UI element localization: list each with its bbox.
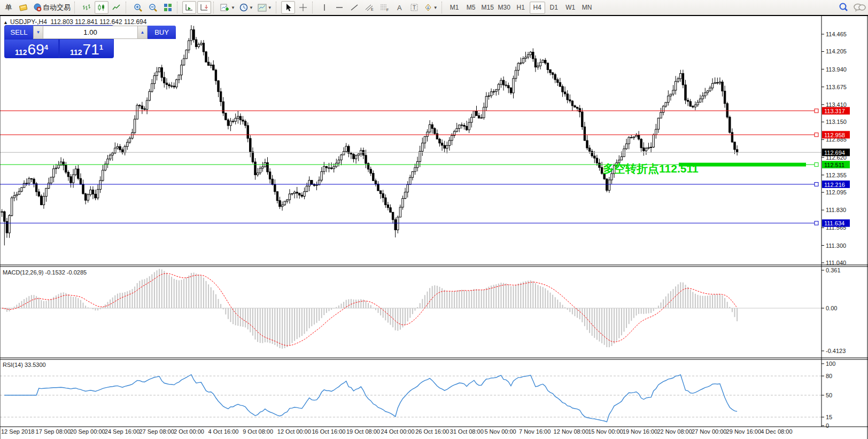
- pivot-annotation-text[interactable]: 多空转折点112.511: [603, 161, 699, 176]
- svg-text:0.00: 0.00: [826, 305, 837, 311]
- svg-text:113.317: 113.317: [824, 108, 845, 114]
- svg-text:0.361: 0.361: [826, 267, 841, 273]
- sell-price-display[interactable]: 112694: [5, 40, 58, 58]
- chart-ohlc-values: 112.803 112.841 112.642 112.694: [51, 18, 147, 26]
- mt4-application: 单自动交易▼▼▼EFAT▼M1M5M15M30H1H4D1W1MN 114.46…: [0, 0, 868, 439]
- zoom-out-icon[interactable]: [146, 1, 160, 14]
- date-label: 20 Sep 00:00: [70, 428, 105, 435]
- svg-text:E: E: [371, 7, 374, 11]
- timeframe-m30-button[interactable]: M30: [497, 2, 512, 14]
- svg-text:A: A: [397, 4, 402, 12]
- timeframe-w1-button[interactable]: W1: [563, 2, 578, 14]
- volume-decrease-button[interactable]: ▼: [33, 26, 43, 39]
- buy-price-display[interactable]: 112711: [60, 40, 113, 58]
- fibonacci-icon[interactable]: F: [377, 1, 391, 14]
- svg-text:113.410: 113.410: [826, 101, 847, 108]
- timeframe-m1-button[interactable]: M1: [447, 2, 462, 14]
- svg-text:80: 80: [826, 373, 832, 379]
- sell-button[interactable]: SELL: [5, 26, 33, 39]
- volume-increase-button[interactable]: ▲: [137, 26, 148, 39]
- svg-text:111.830: 111.830: [826, 207, 846, 213]
- date-label: 5 Nov 00:00: [484, 428, 516, 435]
- new-chart-icon[interactable]: ▼: [219, 1, 237, 14]
- horizontal-line-icon[interactable]: [332, 1, 346, 14]
- date-label: 12 Sep 2018: [1, 428, 34, 435]
- date-label: 7 Nov 16:00: [519, 428, 551, 435]
- svg-text:50: 50: [826, 392, 832, 398]
- text-label-icon[interactable]: T: [407, 1, 421, 14]
- date-label: 4 Oct 16:00: [208, 428, 239, 435]
- chart-symbol: USDJPY-,H4: [10, 18, 47, 26]
- auto-scroll-icon[interactable]: [197, 1, 211, 14]
- rsi-line: [4, 374, 737, 422]
- rsi-indicator-label: RSI(14) 33.5300: [3, 362, 46, 368]
- pane-separators[interactable]: [0, 16, 868, 439]
- date-label: 19 Nov 16:00: [623, 428, 657, 435]
- volume-input[interactable]: [43, 26, 137, 39]
- hline-handle: [815, 221, 818, 225]
- text-icon[interactable]: A: [392, 1, 406, 14]
- price-axis-labels: 114.465114.205113.940113.675113.410113.1…: [821, 31, 847, 429]
- buy-button[interactable]: BUY: [148, 26, 176, 39]
- crosshair-icon[interactable]: [296, 1, 310, 14]
- chart-canvas[interactable]: 114.465114.205113.940113.675113.410113.1…: [0, 16, 868, 439]
- date-label: 26 Oct 16:00: [415, 428, 449, 435]
- chart-window: 114.465114.205113.940113.675113.410113.1…: [0, 15, 868, 439]
- sell-price-prefix: 112: [15, 48, 27, 57]
- bar-chart-icon[interactable]: [80, 1, 94, 14]
- svg-text:112.095: 112.095: [826, 189, 847, 195]
- toolbar-separator: [276, 2, 279, 13]
- timeframe-h4-button[interactable]: H4: [530, 2, 545, 14]
- svg-text:112.355: 112.355: [826, 172, 847, 178]
- auto-trading-button[interactable]: 自动交易: [32, 1, 72, 14]
- buy-price-prefix: 112: [70, 48, 82, 57]
- hline-handle: [815, 109, 818, 113]
- timeframe-mn-button[interactable]: MN: [579, 2, 595, 14]
- zoom-in-icon[interactable]: [131, 1, 145, 14]
- timeframe-d1-button[interactable]: D1: [546, 2, 562, 14]
- date-label: 15 Nov 00:00: [588, 428, 623, 435]
- chart-shift-icon[interactable]: [182, 1, 196, 14]
- rsi-layer: [0, 374, 821, 422]
- timeframe-m5-button[interactable]: M5: [463, 2, 479, 14]
- market-watch-icon[interactable]: [17, 1, 30, 14]
- svg-text:111.634: 111.634: [824, 220, 844, 226]
- svg-text:112.958: 112.958: [824, 132, 845, 138]
- buy-price-big: 71: [83, 43, 99, 57]
- timeframe-m15-button[interactable]: M15: [480, 2, 495, 14]
- date-label: 22 Nov 08:00: [657, 428, 692, 435]
- one-click-trading-panel: SELL ▼ ▲ BUY 112694 112711: [4, 25, 114, 58]
- svg-text:15: 15: [826, 414, 832, 420]
- date-label: 9 Oct 08:00: [243, 428, 273, 435]
- templates-icon[interactable]: ▼: [256, 1, 274, 14]
- tile-windows-icon[interactable]: [161, 1, 175, 14]
- toolbar-separator: [213, 2, 216, 13]
- time-axis-labels[interactable]: 12 Sep 201817 Sep 08:0020 Sep 00:0024 Se…: [1, 428, 793, 435]
- svg-text:111.040: 111.040: [826, 260, 846, 266]
- date-label: 24 Oct 00:00: [381, 428, 415, 435]
- vertical-line-icon[interactable]: [317, 1, 331, 14]
- macd-indicator-label: MACD(12,26,9) -0.1532 -0.0285: [3, 269, 87, 276]
- search-icon[interactable]: [836, 1, 850, 14]
- svg-text:F: F: [386, 8, 389, 12]
- svg-text:114.205: 114.205: [826, 48, 847, 54]
- collapse-panel-icon[interactable]: ▲: [3, 20, 8, 25]
- line-chart-icon[interactable]: [110, 1, 123, 14]
- profiles-icon[interactable]: ▼: [238, 1, 255, 14]
- date-label: 12 Oct 00:00: [277, 428, 311, 435]
- toolbar-separator: [74, 2, 78, 13]
- arrows-icon[interactable]: ▼: [422, 1, 439, 14]
- community-chat-icon[interactable]: [851, 1, 867, 14]
- date-label: 27 Nov 00:00: [692, 428, 726, 435]
- trendline-icon[interactable]: [347, 1, 361, 14]
- date-label: 12 Nov 08:00: [554, 428, 588, 435]
- toolbar-separator: [126, 2, 129, 13]
- date-label: 19 Oct 08:00: [346, 428, 380, 435]
- equidistant-channel-icon[interactable]: E: [362, 1, 376, 14]
- cursor-icon[interactable]: [281, 1, 295, 14]
- toolbar-separator: [177, 2, 180, 13]
- new-order-button[interactable]: 单: [2, 1, 15, 14]
- sell-price-big: 69: [28, 43, 44, 57]
- timeframe-h1-button[interactable]: H1: [513, 2, 529, 14]
- candlestick-chart-icon[interactable]: [95, 1, 108, 14]
